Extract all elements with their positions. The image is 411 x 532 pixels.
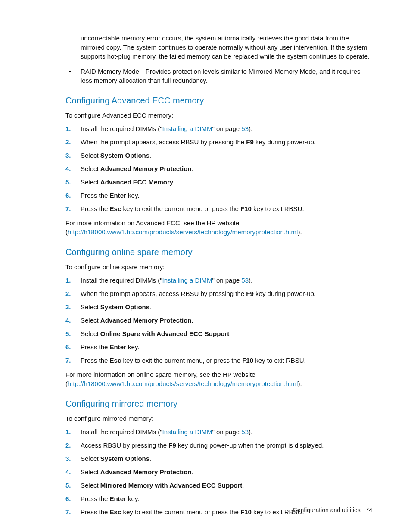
step: 6.Press the Enter key. [65,342,372,352]
step: 1.Install the required DIMMs ("Installin… [65,124,372,133]
intro-advanced-ecc: To configure Advanced ECC memory: [65,111,372,120]
step: 1.Install the required DIMMs ("Installin… [65,276,372,285]
steps-online-spare: 1.Install the required DIMMs ("Installin… [65,276,372,365]
step-text: Press the Esc key to exit the current me… [81,357,306,364]
step-number: 4. [65,316,76,325]
step-text: Select Online Spare with Advanced ECC Su… [81,330,231,337]
step-text: Select System Options. [81,455,151,462]
step-text: Press the Enter key. [81,495,139,502]
step-number: 1. [65,124,76,133]
intro-mirrored: To configure mirrored memory: [65,414,372,423]
step: 6.Press the Enter key. [65,191,372,200]
step-number: 1. [65,276,76,285]
step-text: Select Advanced ECC Memory. [81,178,175,186]
bullet-list: RAID Memory Mode—Provides protection lev… [65,67,372,85]
step: 4.Select Advanced Memory Protection. [65,164,372,173]
step-text: Select Advanced Memory Protection. [81,317,193,324]
footer-section: Configuration and utilities [293,507,361,513]
footer-page: 74 [365,507,372,513]
more-info-advecc: For more information on Advanced ECC, se… [65,218,372,236]
step-text: Install the required DIMMs ("Installing … [81,277,252,284]
step-text: Select System Options. [81,152,151,159]
step-text: Press the Enter key. [81,192,139,199]
step-number: 3. [65,454,76,463]
step-text: When the prompt appears, access RBSU by … [81,290,316,297]
step: 5.Select Mirrored Memory with Advanced E… [65,481,372,490]
step-number: 5. [65,329,76,338]
step-number: 1. [65,427,76,436]
step: 5.Select Advanced ECC Memory. [65,177,372,187]
step: 1.Install the required DIMMs ("Installin… [65,427,372,436]
bullet-raid: RAID Memory Mode—Provides protection lev… [65,67,372,85]
step-number: 5. [65,177,76,187]
step-text: When the prompt appears, access RBSU by … [81,138,316,146]
link-installing-dimm[interactable]: Installing a DIMM [162,277,212,284]
step-text: Access RBSU by pressing the F9 key durin… [81,442,324,449]
step: 3.Select System Options. [65,454,372,463]
heading-online-spare: Configuring online spare memory [65,246,372,258]
heading-advanced-ecc: Configuring Advanced ECC memory [65,94,372,106]
page-footer: Configuration and utilities 74 [293,506,372,515]
step-text: Press the Esc key to exit the current me… [81,508,304,516]
step-number: 3. [65,302,76,311]
steps-advanced-ecc: 1.Install the required DIMMs ("Installin… [65,124,372,213]
step-number: 7. [65,507,76,516]
more-info-spare: For more information on online spare mem… [65,370,372,388]
step-number: 2. [65,137,76,146]
step: 7.Press the Esc key to exit the current … [65,356,372,365]
step-text: Select Advanced Memory Protection. [81,165,193,172]
link-hp-memoryprotection[interactable]: http://h18000.www1.hp.com/products/serve… [68,228,298,236]
steps-mirrored: 1.Install the required DIMMs ("Installin… [65,427,372,516]
step-number: 2. [65,289,76,298]
page-content: uncorrectable memory error occurs, the s… [0,0,411,516]
step-number: 7. [65,356,76,365]
step-text: Install the required DIMMs ("Installing … [81,125,252,132]
step: 3.Select System Options. [65,302,372,311]
step-number: 6. [65,342,76,352]
intro-online-spare: To configure online spare memory: [65,262,372,271]
step: 2.Access RBSU by pressing the F9 key dur… [65,441,372,450]
step: 4.Select Advanced Memory Protection. [65,316,372,325]
step: 6.Press the Enter key. [65,494,372,503]
step-text: Press the Esc key to exit the current me… [81,205,304,212]
step-number: 2. [65,441,76,450]
step: 3.Select System Options. [65,151,372,160]
step-text: Select System Options. [81,303,151,311]
link-hp-memoryprotection[interactable]: http://h18000.www1.hp.com/products/serve… [68,380,298,387]
link-installing-dimm[interactable]: Installing a DIMM [162,428,212,436]
top-paragraph: uncorrectable memory error occurs, the s… [81,34,372,61]
step-number: 5. [65,481,76,490]
step-number: 4. [65,467,76,476]
step-number: 7. [65,204,76,213]
step-number: 3. [65,151,76,160]
page-ref[interactable]: 53 [241,125,249,132]
heading-mirrored: Configuring mirrored memory [65,398,372,410]
step-number: 6. [65,494,76,503]
page-ref[interactable]: 53 [241,277,249,284]
step-number: 6. [65,191,76,200]
step-text: Select Mirrored Memory with Advanced ECC… [81,482,244,489]
step: 4.Select Advanced Memory Protection. [65,467,372,476]
link-installing-dimm[interactable]: Installing a DIMM [162,125,212,132]
step: 5.Select Online Spare with Advanced ECC … [65,329,372,338]
step-text: Install the required DIMMs ("Installing … [81,428,252,436]
step: 7.Press the Esc key to exit the current … [65,204,372,213]
page-ref[interactable]: 53 [241,428,249,436]
step-text: Select Advanced Memory Protection. [81,468,193,476]
step-number: 4. [65,164,76,173]
step-text: Press the Enter key. [81,343,139,351]
step: 2.When the prompt appears, access RBSU b… [65,289,372,298]
step: 2.When the prompt appears, access RBSU b… [65,137,372,146]
